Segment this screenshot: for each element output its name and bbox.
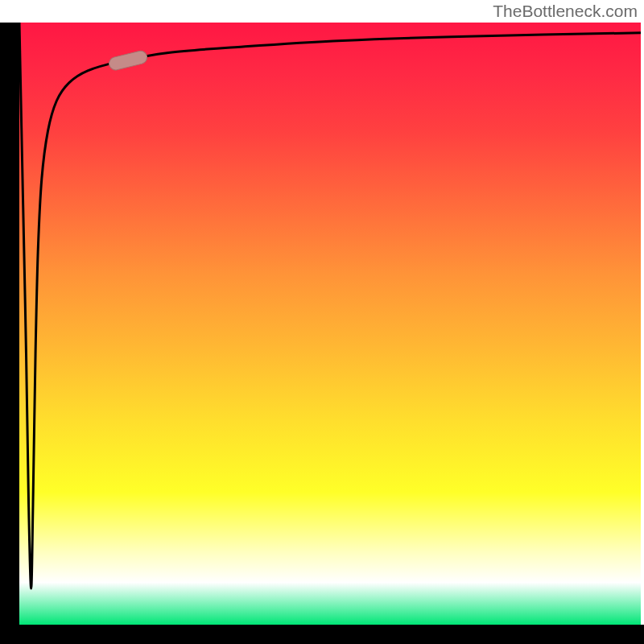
x-axis: [0, 625, 644, 644]
y-axis: [0, 23, 19, 625]
watermark-text: TheBottleneck.com: [493, 2, 638, 21]
plot-background: [19, 23, 641, 625]
